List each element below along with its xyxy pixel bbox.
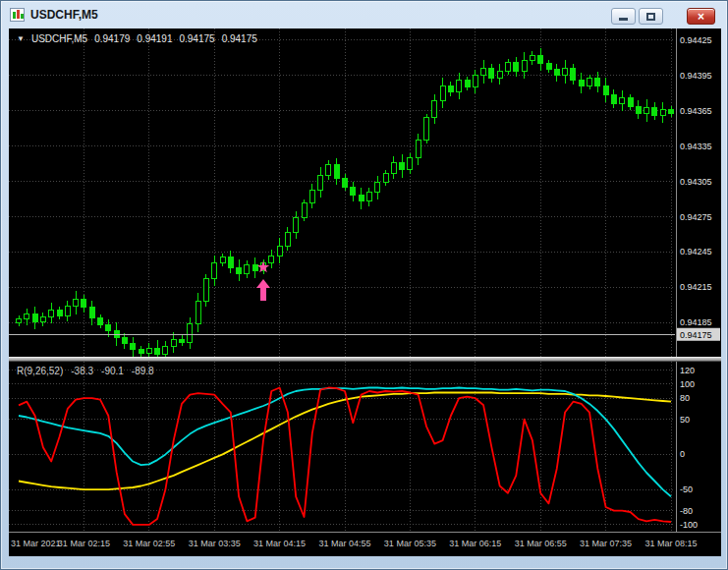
time-axis-label: 31 Mar 05:35 [384,539,436,548]
candle [74,291,79,314]
candle [212,256,217,286]
candle [383,170,388,187]
indicator-axis-label: -50 [680,484,693,494]
candle [440,78,445,108]
candle [269,250,274,268]
candle [98,314,103,328]
candle [538,48,543,71]
indicator-axis-label: -80 [680,506,693,516]
price-axis-label: 0.94215 [680,282,712,292]
indicator-value-1: -38.3 [71,366,93,376]
candle [522,52,527,80]
candle [432,94,437,124]
candle [49,303,54,324]
candle [228,251,233,273]
candle [481,60,486,84]
indicator-canvas[interactable]: 12010080500-50-80-100 [9,362,721,532]
chart-client-area: 0.944250.943950.943650.943350.943050.942… [9,28,721,556]
candle [122,333,127,349]
price-axis-label: 0.94335 [680,142,712,151]
candle [285,227,290,251]
maximize-icon [646,13,655,21]
price-axis-label: 0.94425 [680,35,712,45]
candle [554,64,559,82]
chart-symbol-period: USDCHF,M5 [31,33,87,44]
candle [163,341,168,357]
candle [514,57,519,77]
candle [32,307,37,330]
candle [391,156,396,179]
window-titlebar[interactable]: USDCHF,M5 × [1,1,727,28]
candle [669,106,674,117]
close-icon: × [698,11,704,23]
indicator-name: R(9,26,52) [17,366,63,376]
time-axis-label: 31 Mar 02:15 [58,539,110,548]
candle [366,188,371,206]
signal-up-arrow-icon [256,279,270,301]
candle [400,154,405,178]
candle [497,64,502,86]
maximize-button[interactable] [639,8,663,25]
window-controls: × [608,8,715,25]
price-chart-panel[interactable]: 0.944250.943950.943650.943350.943050.942… [9,28,721,357]
candle [546,60,551,73]
minimize-icon [619,18,628,21]
time-axis-label: 31 Mar 2021 [11,539,61,548]
price-chart-canvas[interactable]: 0.944250.943950.943650.943350.943050.942… [9,28,721,357]
candle [245,260,250,278]
candle [180,335,185,346]
chart-high-value: 0.94191 [137,33,172,44]
candle [302,200,307,222]
indicator-panel[interactable]: 12010080500-50-80-100 R(9,26,52) -38.3 -… [9,362,721,532]
candle [252,257,257,277]
time-axis-label: 31 Mar 08:15 [644,539,697,548]
candle [416,134,420,165]
indicator-axis-label: 0 [680,449,685,459]
candle [603,78,608,102]
time-axis[interactable]: 31 Mar 202131 Mar 02:1531 Mar 02:5531 Ma… [9,532,721,556]
candle [457,73,462,98]
candle [326,160,331,180]
minimize-button[interactable] [611,8,636,25]
candle [530,51,534,65]
time-axis-label: 31 Mar 06:15 [449,539,501,548]
candle [203,274,208,306]
indicator-axis-label: 100 [680,379,695,389]
candle [237,259,242,282]
indicator-axis-label: 120 [680,366,695,375]
price-axis-label: 0.94275 [680,212,712,222]
chart-ohlc-header: ▼ USDCHF,M5 0.94179 0.94191 0.94175 0.94… [17,33,257,44]
candle [57,307,62,319]
chart-window-icon [10,8,25,22]
indicator-axis-label: -100 [680,520,698,530]
candle [309,184,314,208]
candle [65,301,70,322]
candle [25,309,29,325]
candle [318,167,323,198]
candle [82,295,86,313]
window-title: USDCHF,M5 [30,8,98,22]
candle [448,82,453,97]
candle [89,301,94,325]
candle [131,337,136,357]
candle [465,77,470,90]
candle [611,89,616,108]
chart-open-value: 0.94179 [94,33,130,44]
close-button[interactable]: × [687,8,715,25]
symbol-dropdown-icon[interactable]: ▼ [17,34,25,43]
bid-price-label: 0.94175 [680,330,712,340]
price-axis-label: 0.94245 [680,247,712,256]
candle [375,176,380,200]
candle [277,238,282,263]
candle [588,75,592,90]
candle [294,211,299,240]
candle [40,313,45,326]
candle [351,182,356,201]
price-axis-label: 0.94395 [680,71,712,81]
time-axis-label: 31 Mar 02:55 [123,539,175,548]
time-axis-label: 31 Mar 06:55 [515,539,567,548]
time-axis-label: 31 Mar 07:35 [580,539,632,548]
candle [620,90,625,110]
candle [571,64,576,86]
candle [343,174,348,191]
